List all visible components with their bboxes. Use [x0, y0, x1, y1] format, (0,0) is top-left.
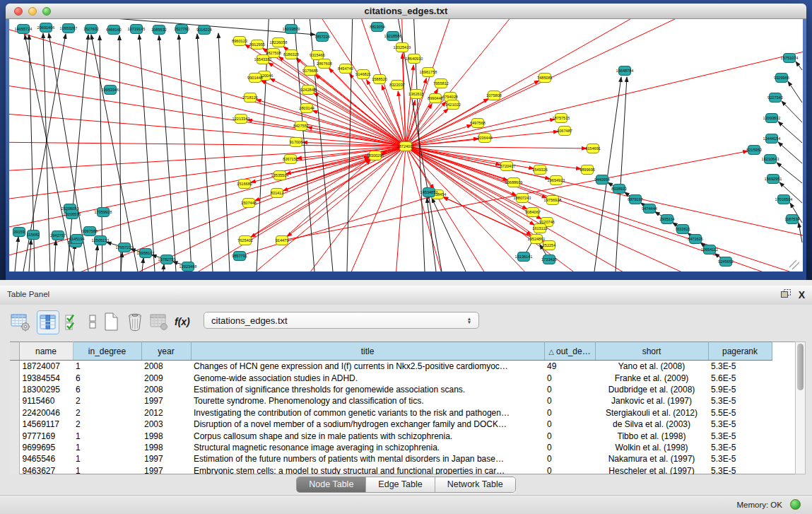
cell-out_de[interactable]: 0 [544, 395, 595, 407]
graph-node[interactable]: 1527602 [83, 25, 99, 34]
cell-year[interactable]: 1997 [141, 453, 191, 465]
graph-node[interactable]: 1362615 [408, 90, 424, 99]
cell-short[interactable]: Tibbo et al. (1998) [595, 430, 708, 441]
graph-node[interactable]: 2867608 [317, 59, 332, 69]
cell-in_degree[interactable]: 1 [73, 453, 141, 465]
cell-title[interactable]: Corpus callosum shape and size in male p… [191, 430, 544, 441]
table-selector-dropdown[interactable]: citations_edges.txt ▲▼ [204, 312, 479, 329]
graph-node[interactable]: 1187534 [784, 215, 799, 224]
close-window-button[interactable] [14, 7, 23, 16]
select-all-icon[interactable] [62, 310, 83, 333]
graph-node[interactable]: 16648784 [616, 66, 634, 76]
cell-name[interactable]: 9699695 [19, 442, 73, 453]
graph-node[interactable]: 7625402 [237, 236, 253, 245]
graph-node[interactable]: 2036444 [477, 134, 493, 143]
delete-table-disabled-icon[interactable] [148, 310, 170, 333]
cell-out_de[interactable]: 0 [544, 372, 595, 383]
graph-node[interactable]: 9901448 [247, 74, 263, 83]
graph-node[interactable]: 8322037 [389, 81, 405, 90]
graph-node[interactable]: 18724007 [397, 142, 415, 151]
graph-node[interactable]: 7485081 [537, 74, 553, 83]
graph-node[interactable]: 10688609 [505, 178, 523, 187]
cell-out_de[interactable]: 0 [544, 419, 595, 430]
graph-node[interactable]: 115682 [27, 230, 40, 240]
cell-name[interactable]: 19384554 [19, 372, 73, 383]
graph-node[interactable]: 18640910 [406, 54, 423, 64]
cell-year[interactable]: 2009 [141, 372, 191, 383]
tab-edge-table[interactable]: Edge Table [366, 477, 435, 492]
float-panel-icon[interactable] [780, 288, 792, 301]
graph-node[interactable]: 8454749 [338, 64, 353, 74]
graph-node[interactable]: 2803144 [299, 104, 314, 113]
graph-node[interactable]: 9857791 [232, 252, 247, 261]
graph-node[interactable]: 15692951 [765, 175, 782, 184]
table-row[interactable]: 1872400712008Changes of HCN gene express… [10, 361, 772, 373]
graph-node[interactable]: 12444154 [763, 134, 781, 144]
graph-node[interactable]: 17016504 [775, 195, 793, 204]
graph-node[interactable]: 9474444 [642, 204, 657, 214]
graph-node[interactable]: 9175685 [302, 66, 318, 76]
graph-node[interactable]: 8267150 [283, 155, 298, 164]
cell-year[interactable]: 2003 [141, 419, 191, 430]
cell-name[interactable]: 9777169 [19, 430, 73, 441]
graph-node[interactable]: 16543382 [254, 55, 272, 64]
graph-node[interactable]: 39159 [13, 228, 25, 237]
graph-node[interactable]: 14055724 [15, 25, 33, 34]
graph-node[interactable]: 9097588 [82, 227, 98, 236]
network-canvas[interactable]: 1872400718300295896012389129551822605898… [9, 19, 803, 271]
table-row[interactable]: 911546021997Tourette syndrome. Phenomeno… [10, 395, 772, 407]
graph-node[interactable]: 9154691 [585, 144, 601, 153]
cell-name[interactable]: 14569117 [19, 419, 73, 430]
graph-node[interactable]: 9245652 [718, 257, 734, 267]
table-row[interactable]: 1456911722003Disruption of a novel membe… [10, 419, 772, 430]
graph-node[interactable]: 9421022 [445, 100, 461, 110]
graph-node[interactable]: 12505133 [92, 236, 110, 245]
graph-node[interactable]: 20691406 [37, 23, 55, 33]
graph-node[interactable]: 1067487 [557, 127, 572, 136]
cell-out_de[interactable]: 0 [544, 384, 595, 395]
cell-year[interactable]: 1998 [141, 442, 191, 453]
graph-node[interactable]: 1549326 [532, 165, 548, 175]
cell-pagerank[interactable]: 5.3E-5 [708, 395, 772, 407]
cell-title[interactable]: Estimation of the future numbers of pati… [191, 453, 544, 465]
table-row[interactable]: 1830029562008Estimation of significance … [10, 384, 772, 395]
graph-node[interactable]: 8938923 [611, 185, 627, 194]
column-header-short[interactable]: short [595, 342, 708, 361]
cell-name[interactable]: 22420046 [19, 407, 73, 419]
cell-in_degree[interactable]: 2 [73, 395, 141, 407]
graph-node[interactable]: 18757515 [553, 114, 570, 123]
scrollbar-thumb[interactable] [797, 344, 804, 390]
graph-node[interactable]: 13535504 [271, 171, 289, 180]
graph-node[interactable]: 18226058 [270, 38, 288, 47]
cell-short[interactable]: Stergiakouli et al. (2012) [595, 407, 708, 419]
graph-node[interactable]: 20206576 [64, 210, 81, 219]
cell-short[interactable]: Franke et al. (2009) [595, 372, 708, 383]
graph-node[interactable]: 9242848 [300, 86, 316, 95]
cell-short[interactable]: Nakamura et al. (1997) [595, 453, 708, 465]
graph-node[interactable]: 7632621 [675, 225, 690, 234]
graph-node[interactable]: 9315466 [310, 51, 325, 60]
graph-node[interactable]: 8215953 [746, 146, 762, 155]
cell-pagerank[interactable]: 5.9E-5 [708, 384, 772, 395]
graph-node[interactable]: 6879197 [628, 195, 643, 204]
graph-node[interactable]: 13325419 [394, 43, 411, 52]
cell-year[interactable]: 2008 [141, 361, 191, 373]
cell-out_de[interactable]: 0 [544, 442, 595, 453]
graph-node[interactable]: 9329966 [774, 74, 789, 83]
graph-node[interactable]: 2935114 [659, 215, 674, 224]
cell-out_de[interactable]: 0 [544, 453, 595, 465]
cell-name[interactable]: 18300295 [19, 384, 73, 395]
graph-node[interactable]: 19218586 [384, 32, 402, 41]
show-columns-icon[interactable] [37, 310, 59, 334]
cell-pagerank[interactable]: 5.3E-5 [708, 442, 772, 453]
table-row[interactable]: 969969511998Structural magnetic resonanc… [10, 442, 772, 453]
cell-out_de[interactable]: 49 [544, 361, 595, 373]
graph-node[interactable]: 831412 [271, 189, 284, 198]
cell-name[interactable]: 9115460 [19, 395, 73, 407]
graph-node[interactable]: 16961758 [420, 68, 437, 77]
graph-node[interactable]: 1085532 [151, 25, 167, 35]
window-titlebar[interactable]: citations_edges.txt [6, 4, 806, 19]
graph-node[interactable]: 8912955 [249, 40, 265, 49]
cell-title[interactable]: Disruption of a novel member of a sodium… [191, 419, 544, 430]
graph-node[interactable]: 9899695 [579, 165, 595, 175]
